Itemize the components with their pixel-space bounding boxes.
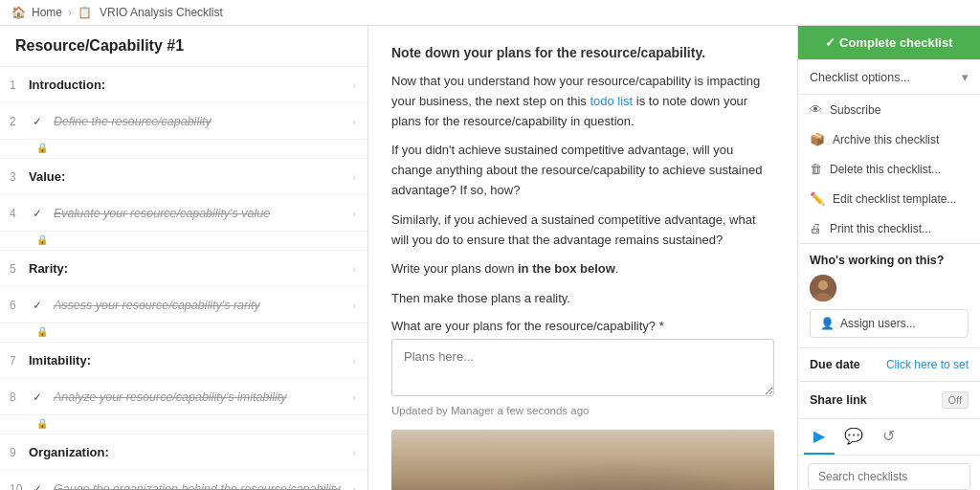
item-checkbox: ✓ <box>29 207 46 220</box>
checklist-icon: 📋 <box>78 6 92 19</box>
archive-label: Archive this checklist <box>833 133 939 146</box>
search-checklists-input[interactable] <box>808 463 970 490</box>
item-arrow-icon: › <box>352 208 356 219</box>
tab-history[interactable]: ↺ <box>873 419 904 455</box>
options-menu: 👁 Subscribe 📦 Archive this checklist 🗑 D… <box>798 95 980 244</box>
item-arrow-icon: › <box>352 447 356 458</box>
breadcrumb: 🏠 Home › 📋 VRIO Analysis Checklist <box>0 0 980 26</box>
delete-menu-item[interactable]: 🗑 Delete this checklist... <box>798 154 980 184</box>
share-off-badge: Off <box>942 391 969 409</box>
list-item[interactable]: 8 ✓ Analyze your resource/capability's i… <box>0 379 368 415</box>
svg-point-1 <box>818 280 828 290</box>
item-arrow-icon: › <box>352 116 356 127</box>
print-menu-item[interactable]: 🖨 Print this checklist... <box>798 213 980 243</box>
search-section <box>798 456 980 490</box>
item-number: 2 <box>10 115 29 128</box>
todo-list-link[interactable]: todo list <box>590 94 633 108</box>
subscribe-menu-item[interactable]: 👁 Subscribe <box>798 95 980 124</box>
list-item[interactable]: 2 ✓ Define the resource/capability › <box>0 103 368 140</box>
delete-label: Delete this checklist... <box>830 163 941 176</box>
print-icon: 🖨 <box>810 221 822 235</box>
due-date-label: Due date <box>810 358 860 371</box>
archive-menu-item[interactable]: 📦 Archive this checklist <box>798 124 980 154</box>
assign-label: Assign users... <box>840 317 916 330</box>
tab-comment[interactable]: 💬 <box>835 419 873 455</box>
trash-icon: 🗑 <box>810 162 822 176</box>
avatar <box>810 275 836 301</box>
list-item[interactable]: 10 ✓ Gauge the organization behind the r… <box>0 471 368 490</box>
lock-icon: 🔒 <box>36 143 48 153</box>
item-arrow-icon: › <box>352 355 356 367</box>
item-number: 8 <box>10 390 29 404</box>
eye-icon: 👁 <box>810 102 822 117</box>
item-arrow-icon: › <box>352 263 356 275</box>
item-number: 3 <box>10 170 29 184</box>
lock-icon: 🔒 <box>36 326 48 337</box>
item-arrow-icon: › <box>352 300 356 311</box>
archive-icon: 📦 <box>810 132 825 146</box>
working-title: Who's working on this? <box>810 254 969 267</box>
list-item[interactable]: 3 Value: › <box>0 159 368 195</box>
sidebar-title: Resource/Capability #1 <box>0 26 368 67</box>
item-arrow-icon: › <box>352 391 356 403</box>
list-item[interactable]: 7 Imitability: › <box>0 343 368 379</box>
list-item[interactable]: 6 ✓ Assess your resource/capability's ra… <box>0 287 368 323</box>
item-arrow-icon: › <box>352 483 356 491</box>
paragraph-4: Write your plans down in the box below. <box>391 259 774 279</box>
item-number: 7 <box>10 354 29 368</box>
print-label: Print this checklist... <box>830 222 931 235</box>
item-label: Gauge the organization behind the resour… <box>54 482 348 491</box>
due-date-section: Due date Click here to set <box>798 348 980 382</box>
tab-play[interactable]: ▶ <box>804 419 835 455</box>
question-label: What are your plans for the resource/cap… <box>391 319 774 333</box>
tabs-row: ▶ 💬 ↺ <box>798 419 980 456</box>
person-icon: 👤 <box>820 317 835 330</box>
checklist-options-dropdown[interactable]: Checklist options... ▾ <box>798 59 980 95</box>
plans-textarea[interactable] <box>391 339 774 396</box>
main-content: Note down your plans for the resource/ca… <box>368 26 798 490</box>
item-label: Analyze your resource/capability's imita… <box>54 390 348 404</box>
item-number: 10 <box>10 482 29 491</box>
paragraph-5: Then make those plans a reality. <box>391 289 774 309</box>
list-item[interactable]: 5 Rarity: › <box>0 251 368 287</box>
share-label: Share link <box>810 393 867 407</box>
item-label: Define the resource/capability <box>54 115 348 128</box>
item-checkbox: ✓ <box>29 115 46 128</box>
item-number: 9 <box>10 446 29 459</box>
item-number: 6 <box>10 299 29 312</box>
list-item[interactable]: 9 Organization: › <box>0 434 368 471</box>
updated-text: Updated by Manager a few seconds ago <box>391 405 774 416</box>
paragraph-3: Similarly, if you achieved a sustained c… <box>391 211 774 251</box>
paragraph-1: Now that you understand how your resourc… <box>391 72 774 131</box>
home-link[interactable]: Home <box>32 6 62 19</box>
item-label: Organization: <box>29 445 348 459</box>
item-label: Rarity: <box>29 261 348 276</box>
content-image <box>391 430 774 490</box>
options-label: Checklist options... <box>810 71 910 84</box>
content-title: Note down your plans for the resource/ca… <box>391 45 774 60</box>
checklist-breadcrumb: VRIO Analysis Checklist <box>100 6 223 19</box>
item-label: Evaluate your resource/capability's valu… <box>54 207 348 220</box>
item-number: 5 <box>10 262 29 276</box>
list-item[interactable]: 1 Introduction: › <box>0 67 368 103</box>
share-section: Share link Off <box>798 382 980 419</box>
edit-template-menu-item[interactable]: ✏️ Edit checklist template... <box>798 184 980 213</box>
subscribe-label: Subscribe <box>830 103 880 117</box>
left-sidebar: Resource/Capability #1 1 Introduction: ›… <box>0 26 368 490</box>
home-icon: 🏠 <box>11 6 26 19</box>
item-label: Value: <box>29 169 348 184</box>
paragraph-2: If you didn't achieve sustained competit… <box>391 141 774 200</box>
item-checkbox: ✓ <box>29 390 46 404</box>
item-number: 1 <box>10 78 29 92</box>
edit-template-label: Edit checklist template... <box>833 192 956 206</box>
due-date-link[interactable]: Click here to set <box>886 358 969 371</box>
assign-users-button[interactable]: 👤 Assign users... <box>810 309 969 338</box>
list-item[interactable]: 4 ✓ Evaluate your resource/capability's … <box>0 195 368 232</box>
item-label: Assess your resource/capability's rarity <box>54 299 348 312</box>
complete-checklist-button[interactable]: ✓ Complete checklist <box>798 26 980 59</box>
edit-icon: ✏️ <box>810 191 825 206</box>
item-arrow-icon: › <box>352 171 356 183</box>
item-checkbox: ✓ <box>29 299 46 312</box>
item-label: Imitability: <box>29 353 348 368</box>
working-section: Who's working on this? 👤 Assign users... <box>798 244 980 348</box>
